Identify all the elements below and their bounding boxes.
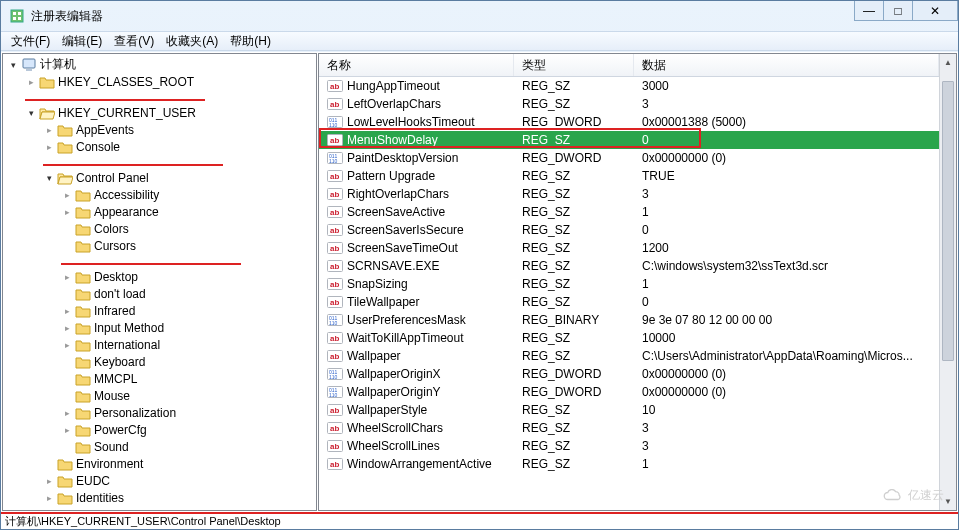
menu-help[interactable]: 帮助(H) (224, 31, 277, 52)
list-row[interactable]: WallpaperStyleREG_SZ10 (319, 401, 939, 419)
value-type: REG_BINARY (514, 313, 634, 327)
list-row[interactable]: LeftOverlapCharsREG_SZ3 (319, 95, 939, 113)
titlebar[interactable]: 注册表编辑器 — □ ✕ (1, 1, 958, 31)
close-button[interactable]: ✕ (912, 1, 958, 21)
expander-icon[interactable]: ▸ (43, 124, 55, 136)
list-row[interactable]: Pattern UpgradeREG_SZTRUE (319, 167, 939, 185)
value-data: TRUE (634, 169, 939, 183)
expander-icon[interactable]: ▸ (61, 407, 73, 419)
menu-view[interactable]: 查看(V) (108, 31, 160, 52)
expander-icon[interactable]: ▸ (43, 475, 55, 487)
tree-row-appevents[interactable]: ▸AppEvents (3, 121, 316, 138)
vertical-scrollbar[interactable]: ▲ ▼ (939, 54, 956, 510)
menu-favorites[interactable]: 收藏夹(A) (160, 31, 224, 52)
folder-icon (57, 171, 73, 185)
list-row[interactable]: WallpaperOriginXREG_DWORD0x00000000 (0) (319, 365, 939, 383)
list-row[interactable]: SCRNSAVE.EXEREG_SZC:\windows\system32\ss… (319, 257, 939, 275)
list-row[interactable]: WheelScrollCharsREG_SZ3 (319, 419, 939, 437)
tree-row-controlpanel[interactable]: ▾Control Panel (3, 169, 316, 186)
expander-icon[interactable] (61, 240, 73, 252)
expander-icon[interactable]: ▸ (61, 189, 73, 201)
folder-icon (75, 406, 91, 420)
expander-icon[interactable]: ▸ (61, 305, 73, 317)
maximize-button[interactable]: □ (883, 1, 913, 21)
column-header-name[interactable]: 名称 (319, 54, 514, 76)
tree-row-identities[interactable]: ▸Identities (3, 489, 316, 506)
list-row[interactable]: WheelScrollLinesREG_SZ3 (319, 437, 939, 455)
list-row[interactable]: ScreenSaverIsSecureREG_SZ0 (319, 221, 939, 239)
tree-row-console[interactable]: ▸Console (3, 138, 316, 155)
menu-edit[interactable]: 编辑(E) (56, 31, 108, 52)
expander-icon[interactable] (61, 223, 73, 235)
tree-row-hkcu[interactable]: ▾HKEY_CURRENT_USER (3, 104, 316, 121)
list-row[interactable]: SnapSizingREG_SZ1 (319, 275, 939, 293)
tree-row-desktop[interactable]: ▸Desktop (3, 268, 316, 285)
expander-icon[interactable]: ▸ (61, 339, 73, 351)
expander-icon[interactable]: ▸ (43, 509, 55, 512)
expander-icon[interactable] (61, 288, 73, 300)
scroll-down-button[interactable]: ▼ (940, 493, 956, 510)
expander-icon[interactable]: ▾ (43, 172, 55, 184)
tree-row-sound[interactable]: Sound (3, 438, 316, 455)
expander-icon[interactable]: ▸ (61, 322, 73, 334)
value-name: UserPreferencesMask (347, 313, 466, 327)
list-body[interactable]: HungAppTimeoutREG_SZ3000LeftOverlapChars… (319, 77, 939, 510)
tree-row-mmcpl[interactable]: MMCPL (3, 370, 316, 387)
tree-row-personalization[interactable]: ▸Personalization (3, 404, 316, 421)
expander-icon[interactable]: ▸ (61, 424, 73, 436)
folder-icon (57, 491, 73, 505)
expander-icon[interactable] (61, 356, 73, 368)
tree-row-mouse[interactable]: Mouse (3, 387, 316, 404)
tree-row-environment[interactable]: Environment (3, 455, 316, 472)
list-row[interactable]: UserPreferencesMaskREG_BINARY9e 3e 07 80… (319, 311, 939, 329)
expander-icon[interactable]: ▸ (43, 492, 55, 504)
value-bin-icon (327, 366, 343, 382)
expander-icon[interactable] (61, 390, 73, 402)
tree-row-appearance[interactable]: ▸Appearance (3, 203, 316, 220)
column-header-type[interactable]: 类型 (514, 54, 634, 76)
expander-icon[interactable] (61, 441, 73, 453)
list-row[interactable]: ScreenSaveTimeOutREG_SZ1200 (319, 239, 939, 257)
scroll-thumb[interactable] (942, 81, 954, 361)
tree-row-inputmethod[interactable]: ▸Input Method (3, 319, 316, 336)
tree-row-keyboard[interactable]: Keyboard (3, 353, 316, 370)
expander-icon[interactable]: ▸ (43, 141, 55, 153)
tree-row-powercfg[interactable]: ▸PowerCfg (3, 421, 316, 438)
list-row[interactable]: HungAppTimeoutREG_SZ3000 (319, 77, 939, 95)
tree-row-computer[interactable]: ▾计算机 (3, 56, 316, 73)
list-row[interactable]: WallpaperREG_SZC:\Users\Administrator\Ap… (319, 347, 939, 365)
tree-row-hkcr[interactable]: ▸HKEY_CLASSES_ROOT (3, 73, 316, 90)
value-type: REG_SZ (514, 259, 634, 273)
scroll-up-button[interactable]: ▲ (940, 54, 956, 71)
tree-row-cursors[interactable]: Cursors (3, 237, 316, 254)
list-row[interactable]: WindowArrangementActiveREG_SZ1 (319, 455, 939, 473)
list-row[interactable]: LowLevelHooksTimeoutREG_DWORD0x00001388 … (319, 113, 939, 131)
column-header-data[interactable]: 数据 (634, 54, 939, 76)
expander-icon[interactable]: ▸ (61, 206, 73, 218)
tree-row-keyboardlayout[interactable]: ▸Keyboard Layout (3, 506, 316, 511)
tree-row-international[interactable]: ▸International (3, 336, 316, 353)
minimize-button[interactable]: — (854, 1, 884, 21)
tree-row-dontload[interactable]: don't load (3, 285, 316, 302)
list-row[interactable]: RightOverlapCharsREG_SZ3 (319, 185, 939, 203)
folder-icon (75, 287, 91, 301)
tree-pane[interactable]: ▾计算机 ▸HKEY_CLASSES_ROOT ▾HKEY_CURRENT_US… (2, 53, 317, 511)
expander-icon[interactable]: ▸ (61, 271, 73, 283)
list-row[interactable]: WaitToKillAppTimeoutREG_SZ10000 (319, 329, 939, 347)
list-row[interactable]: WallpaperOriginYREG_DWORD0x00000000 (0) (319, 383, 939, 401)
tree-row-colors[interactable]: Colors (3, 220, 316, 237)
tree-row-eudc[interactable]: ▸EUDC (3, 472, 316, 489)
tree-row-accessibility[interactable]: ▸Accessibility (3, 186, 316, 203)
expander-icon[interactable]: ▾ (7, 59, 19, 71)
list-row[interactable]: MenuShowDelayREG_SZ0 (319, 131, 939, 149)
menu-file[interactable]: 文件(F) (5, 31, 56, 52)
tree-row-infrared[interactable]: ▸Infrared (3, 302, 316, 319)
value-ab-icon (327, 168, 343, 184)
list-row[interactable]: TileWallpaperREG_SZ0 (319, 293, 939, 311)
expander-icon[interactable] (43, 458, 55, 470)
list-row[interactable]: PaintDesktopVersionREG_DWORD0x00000000 (… (319, 149, 939, 167)
expander-icon[interactable] (61, 373, 73, 385)
list-row[interactable]: ScreenSaveActiveREG_SZ1 (319, 203, 939, 221)
expander-icon[interactable]: ▸ (25, 76, 37, 88)
expander-icon[interactable]: ▾ (25, 107, 37, 119)
